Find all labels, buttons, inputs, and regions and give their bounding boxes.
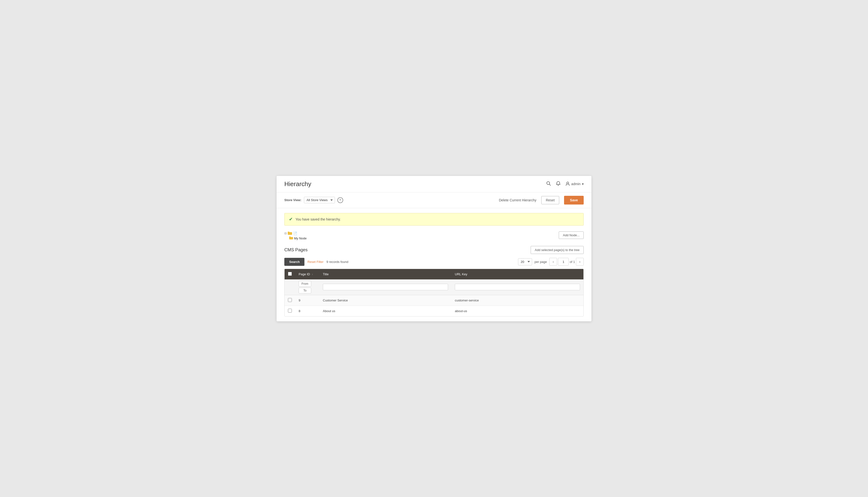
search-bar-left: Search Reset Filter 9 records found <box>284 258 348 266</box>
url-key-filter-input[interactable] <box>455 284 580 290</box>
filter-row: From To <box>284 280 584 295</box>
row-urlkey-cell: about-us <box>452 306 584 316</box>
reset-filter-button[interactable]: Reset Filter <box>307 260 323 264</box>
filter-title-cell <box>320 280 452 295</box>
records-found: 9 records found <box>326 260 348 264</box>
svg-rect-6 <box>289 237 291 238</box>
chevron-down-icon: ▾ <box>582 182 584 186</box>
cms-pages-header: CMS Pages Add selected page(s) to the tr… <box>284 246 584 254</box>
row-checkbox[interactable] <box>288 298 292 302</box>
search-icon[interactable] <box>546 181 551 187</box>
row-id-cell: 9 <box>295 295 320 306</box>
row-checkbox-cell <box>284 295 295 306</box>
node-label: My Node <box>294 237 307 240</box>
document-icon: 📄 <box>293 231 297 235</box>
cms-pages-title: CMS Pages <box>284 247 308 253</box>
delete-hierarchy-button[interactable]: Delete Current Hierarchy <box>499 196 536 204</box>
root-folder-icon <box>288 231 292 236</box>
header: Hierarchy <box>277 176 591 193</box>
store-view-label: Store View: <box>284 198 301 202</box>
svg-rect-4 <box>288 232 290 233</box>
row-checkbox[interactable] <box>288 309 292 313</box>
tree-root: ⊟ 📄 <box>284 231 307 236</box>
add-node-button[interactable]: Add Node... <box>559 231 584 239</box>
row-checkbox-cell <box>284 306 295 316</box>
row-urlkey-cell: customer-service <box>452 295 584 306</box>
page-of: of 1 <box>570 260 575 264</box>
filter-id-cell: From To <box>295 280 320 295</box>
add-selected-button[interactable]: Add selected page(s) to the tree <box>531 246 584 254</box>
row-id-cell: 8 <box>295 306 320 316</box>
per-page-select[interactable]: 20 50 100 <box>518 258 532 265</box>
table-header-row: Page ID ↑ Title URL Key <box>284 269 584 280</box>
pagination: ‹ of 1 › <box>549 258 584 266</box>
admin-label: admin <box>571 182 580 186</box>
alert-message: You have saved the hierarchy. <box>295 217 341 221</box>
collapse-icon[interactable]: ⊟ <box>284 232 287 235</box>
search-bar-right: 20 50 100 per page ‹ of 1 › <box>518 258 584 266</box>
node-folder-icon <box>289 237 293 240</box>
filter-checkbox-cell <box>284 280 295 295</box>
url-key-column-header: URL Key <box>452 269 584 280</box>
to-filter-button[interactable]: To <box>299 288 311 294</box>
save-button[interactable]: Save <box>564 196 584 204</box>
next-page-button[interactable]: › <box>576 258 584 266</box>
user-icon <box>565 182 570 187</box>
help-icon[interactable]: ? <box>337 197 343 203</box>
page-title: Hierarchy <box>284 180 311 188</box>
table: Page ID ↑ Title URL Key <box>284 269 584 316</box>
row-title-cell: About us <box>320 306 452 316</box>
header-actions: admin ▾ <box>546 181 584 187</box>
search-bar: Search Reset Filter 9 records found 20 5… <box>284 258 584 266</box>
tree-icons: ⊟ 📄 M <box>284 231 307 240</box>
from-filter-button[interactable]: From <box>299 281 311 287</box>
per-page-label: per page <box>534 260 547 264</box>
check-icon: ✔ <box>289 217 293 222</box>
main-window: Hierarchy <box>277 176 591 321</box>
svg-line-1 <box>549 184 550 185</box>
table-row: 9 Customer Service customer-service <box>284 295 584 306</box>
success-alert: ✔ You have saved the hierarchy. <box>284 213 584 226</box>
page-id-column-header[interactable]: Page ID ↑ <box>295 269 320 280</box>
tree-node: My Node <box>289 237 307 240</box>
tree-section: ⊟ 📄 M <box>284 231 584 240</box>
cms-pages-table: Page ID ↑ Title URL Key <box>284 269 584 316</box>
select-all-column <box>284 269 295 280</box>
table-row: 8 About us about-us <box>284 306 584 316</box>
filter-urlkey-cell <box>452 280 584 295</box>
bell-icon[interactable] <box>556 181 561 187</box>
page-input[interactable] <box>558 258 569 266</box>
svg-point-2 <box>567 182 569 184</box>
reset-button[interactable]: Reset <box>541 196 559 204</box>
store-view-select[interactable]: All Store Views <box>304 197 335 203</box>
sort-icon: ↑ <box>312 273 313 276</box>
select-all-checkbox[interactable] <box>288 272 292 276</box>
title-column-header: Title <box>320 269 452 280</box>
row-title-cell: Customer Service <box>320 295 452 306</box>
content: ✔ You have saved the hierarchy. ⊟ 📄 <box>277 208 591 321</box>
filter-id-inputs: From To <box>299 281 316 294</box>
search-button[interactable]: Search <box>284 258 305 266</box>
toolbar-right: Delete Current Hierarchy Reset Save <box>499 196 584 204</box>
prev-page-button[interactable]: ‹ <box>549 258 557 266</box>
store-view-section: Store View: All Store Views ? <box>284 197 343 203</box>
admin-user-menu[interactable]: admin ▾ <box>565 182 584 187</box>
toolbar: Store View: All Store Views ? Delete Cur… <box>277 193 591 208</box>
title-filter-input[interactable] <box>323 284 448 290</box>
